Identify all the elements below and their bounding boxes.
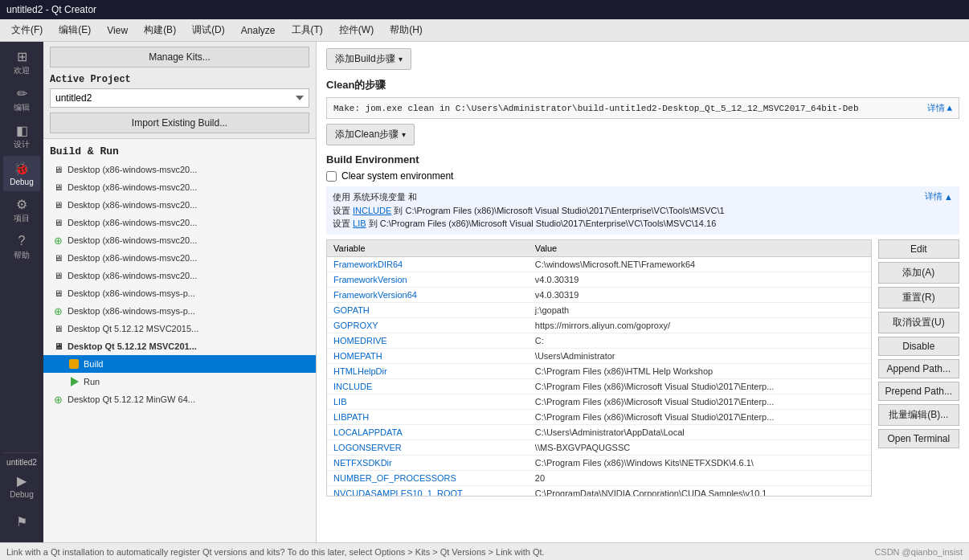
manage-kits-button[interactable]: Manage Kits... <box>50 47 309 67</box>
monitor-icon <box>51 251 64 264</box>
tree-item-8[interactable]: Desktop (x86-windows-msys-p... <box>43 302 316 320</box>
iconbar-item-帮助[interactable]: ? 帮助 <box>3 230 40 265</box>
edit-icon: ✏ <box>13 86 31 100</box>
env-detail-link[interactable]: 详情 ▲ <box>925 190 953 202</box>
tree-item-1[interactable]: Desktop (x86-windows-msvc20... <box>43 178 316 196</box>
debug-bottom-icon: ▶ <box>13 474 31 488</box>
env-table-row[interactable]: HOMEDRIVE C: <box>327 333 871 348</box>
active-project-label: Active Project <box>50 74 309 85</box>
env-table-row[interactable]: LOCALAPPDATA C:\Users\Administrator\AppD… <box>327 424 871 439</box>
debug-icon: 🐞 <box>13 161 31 176</box>
env-table-row[interactable]: NETFXSDKDir C:\Program Files (x86)\Windo… <box>327 455 871 470</box>
env-info-line1: 使用 系统环境变量 和 <box>333 192 417 202</box>
tree-item-3[interactable]: Desktop (x86-windows-msvc20... <box>43 214 316 231</box>
lib-link[interactable]: LIB <box>353 219 366 228</box>
col-variable: Variable <box>327 240 529 257</box>
grid-icon: ⊞ <box>13 49 31 63</box>
tree-item-5[interactable]: Desktop (x86-windows-msvc20... <box>43 249 316 267</box>
main-layout: ⊞ 欢迎 ✏ 编辑 ◧ 设计 🐞 Debug ⚙ 项目 ? 帮助 untitle… <box>0 42 969 542</box>
monitor-icon <box>51 269 64 282</box>
add-clean-step-button[interactable]: 添加Clean步骤 ▾ <box>326 124 415 145</box>
env-table-row[interactable]: HTMLHelpDir C:\Program Files (x86)\HTML … <box>327 363 871 378</box>
monitor-plus-icon <box>51 305 64 317</box>
env-table-row[interactable]: LIB C:\Program Files (x86)\Microsoft Vis… <box>327 394 871 409</box>
menubar: 文件(F)编辑(E)View构建(B)调试(D)Analyze工具(T)控件(W… <box>0 19 969 42</box>
clear-env-label: Clear system environment <box>341 170 453 182</box>
env-btn----R-[interactable]: 重置(R) <box>878 287 959 309</box>
env-table-container: Variable Value FrameworkDIR64 C:\windows… <box>326 239 872 497</box>
env-info-text2: 到 C:\Program Files (x86)\Microsoft Visua… <box>366 219 717 228</box>
env-info-text: 使用 系统环境变量 和 设置 INCLUDE 到 C:\Program File… <box>333 190 918 231</box>
iconbar-extra[interactable]: ⚑ <box>3 504 40 539</box>
tree-item-11[interactable]: Build <box>43 355 316 373</box>
iconbar-item-编辑[interactable]: ✏ 编辑 <box>3 82 40 117</box>
env-table-row[interactable]: FrameworkDIR64 C:\windows\Microsoft.NET\… <box>327 256 871 272</box>
monitor-icon <box>51 322 64 335</box>
iconbar-item-项目[interactable]: ⚙ 项目 <box>3 193 40 228</box>
menu-item-menu-help[interactable]: 帮助(H) <box>382 20 431 40</box>
import-build-button[interactable]: Import Existing Build... <box>50 112 309 133</box>
clean-command-text: Make: jom.exe clean in C:\Users\Administ… <box>333 104 921 113</box>
env-btn------U-[interactable]: 取消设置(U) <box>878 312 959 333</box>
tree-item-10[interactable]: Desktop Qt 5.12.12 MSVC201... <box>43 337 316 355</box>
tree-item-6[interactable]: Desktop (x86-windows-msvc20... <box>43 267 316 284</box>
project-name-bottom-label: untitled2 <box>5 456 39 468</box>
clean-detail-link[interactable]: 详情 ▲ <box>927 102 952 114</box>
tree-item-0[interactable]: Desktop (x86-windows-msvc20... <box>43 161 316 178</box>
include-link[interactable]: INCLUDE <box>353 206 391 215</box>
project-dropdown[interactable]: untitled2 <box>50 88 309 108</box>
content-inner: 添加Build步骤 ▾ Clean的步骤 Make: jom.exe clean… <box>317 42 969 542</box>
env-btn-Prepend-Path---[interactable]: Prepend Path... <box>878 382 959 401</box>
monitor-icon <box>51 340 64 353</box>
tree-item-9[interactable]: Desktop Qt 5.12.12 MSVC2015... <box>43 320 316 337</box>
env-btn-Append-Path---[interactable]: Append Path... <box>878 359 959 378</box>
run-icon <box>67 375 80 388</box>
iconbar: ⊞ 欢迎 ✏ 编辑 ◧ 设计 🐞 Debug ⚙ 项目 ? 帮助 untitle… <box>0 42 43 542</box>
env-btn-Disable[interactable]: Disable <box>878 337 959 356</box>
menu-item-menu-tools[interactable]: 工具(T) <box>284 20 331 40</box>
extra-icon: ⚑ <box>13 514 31 529</box>
env-table-row[interactable]: LIBPATH C:\Program Files (x86)\Microsoft… <box>327 409 871 424</box>
add-build-step-button[interactable]: 添加Build步骤 ▾ <box>326 48 411 70</box>
tree-item-7[interactable]: Desktop (x86-windows-msys-p... <box>43 284 316 302</box>
env-info-box: 使用 系统环境变量 和 设置 INCLUDE 到 C:\Program File… <box>326 186 959 235</box>
env-btn----A-[interactable]: 添加(A) <box>878 262 959 284</box>
env-table-row[interactable]: HOMEPATH \Users\Administrator <box>327 348 871 363</box>
env-info-text1: 到 C:\Program Files (x86)\Microsoft Visua… <box>391 206 724 215</box>
iconbar-item-欢迎[interactable]: ⊞ 欢迎 <box>3 45 40 80</box>
menu-item-menu-file[interactable]: 文件(F) <box>3 20 51 40</box>
menu-item-menu-analyze[interactable]: Analyze <box>233 22 284 39</box>
clear-env-checkbox[interactable] <box>326 171 337 182</box>
env-table-row[interactable]: NVCUDASAMPLES10_1_ROOT C:\ProgramData\NV… <box>327 485 871 497</box>
tree-item-2[interactable]: Desktop (x86-windows-msvc20... <box>43 196 316 214</box>
env-table-row[interactable]: LOGONSERVER \\MS-BXGVPAQUGSSC <box>327 439 871 455</box>
menu-item-menu-debug[interactable]: 调试(D) <box>184 20 233 40</box>
env-table: Variable Value FrameworkDIR64 C:\windows… <box>327 240 871 497</box>
menu-item-menu-build[interactable]: 构建(B) <box>136 20 184 40</box>
content-area: 添加Build步骤 ▾ Clean的步骤 Make: jom.exe clean… <box>317 42 969 542</box>
col-value: Value <box>529 240 871 257</box>
menu-item-menu-view[interactable]: View <box>99 22 136 39</box>
menu-item-menu-edit[interactable]: 编辑(E) <box>51 20 99 40</box>
menu-item-menu-widgets[interactable]: 控件(W) <box>331 20 382 40</box>
env-table-row[interactable]: FrameworkVersion v4.0.30319 <box>327 272 871 287</box>
env-table-row[interactable]: GOPROXY https://mirrors.aliyun.com/gopro… <box>327 317 871 333</box>
tree-item-13[interactable]: Desktop Qt 5.12.12 MinGW 64... <box>43 390 316 408</box>
clean-command-box: Make: jom.exe clean in C:\Users\Administ… <box>326 97 959 119</box>
env-btn------B----[interactable]: 批量编辑(B)... <box>878 404 959 426</box>
env-table-row[interactable]: GOPATH j:\gopath <box>327 302 871 317</box>
statusbar-right: CSDN @qianbo_insist <box>874 547 963 557</box>
env-sidebar-buttons: Edit添加(A)重置(R)取消设置(U)DisableAppend Path.… <box>878 239 959 497</box>
tree-item-12[interactable]: Run <box>43 373 316 390</box>
env-table-row[interactable]: INCLUDE C:\Program Files (x86)\Microsoft… <box>327 378 871 394</box>
env-btn-Edit[interactable]: Edit <box>878 239 959 259</box>
tree-item-4[interactable]: Desktop (x86-windows-msvc20... <box>43 231 316 249</box>
iconbar-debug-bottom[interactable]: ▶ Debug <box>3 468 40 504</box>
env-table-row[interactable]: NUMBER_OF_PROCESSORS 20 <box>327 470 871 485</box>
env-table-row[interactable]: FrameworkVersion64 v4.0.30319 <box>327 287 871 302</box>
env-btn-Open-Terminal[interactable]: Open Terminal <box>878 429 959 448</box>
iconbar-item-Debug[interactable]: 🐞 Debug <box>3 156 40 191</box>
monitor-icon <box>51 216 64 229</box>
iconbar-item-设计[interactable]: ◧ 设计 <box>3 119 40 154</box>
monitor-icon <box>51 287 64 300</box>
